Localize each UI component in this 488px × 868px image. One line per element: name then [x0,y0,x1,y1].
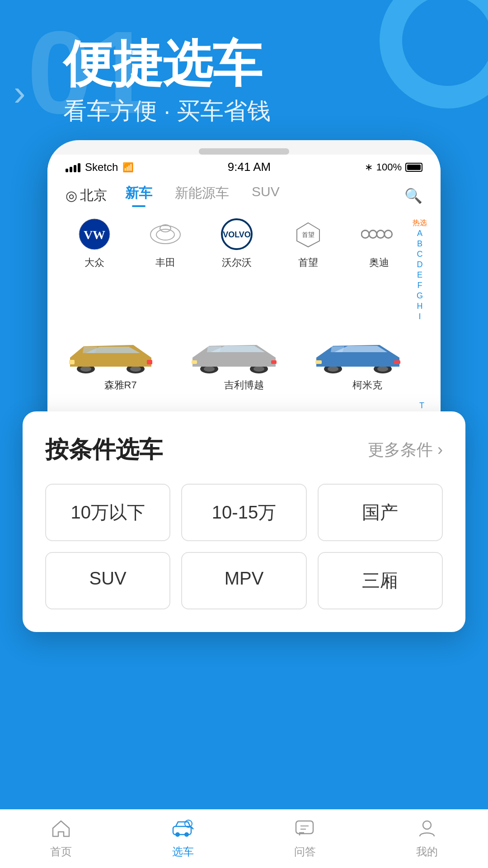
brand-name-shouxin: 首望 [298,256,318,269]
filter-btn-4[interactable]: MPV [181,552,306,609]
alpha-hot[interactable]: 热选 [413,218,427,228]
svg-rect-23 [192,360,197,364]
search-icon[interactable]: 🔍 [404,187,422,204]
status-time: 9:41 AM [228,160,271,174]
svg-point-39 [184,832,189,837]
svg-point-45 [423,821,431,829]
alpha-f[interactable]: F [418,281,422,290]
svg-point-16 [130,366,141,372]
tab-select-car[interactable]: 选车 [172,819,194,859]
tab-select-car-label: 选车 [172,844,194,859]
filter-title: 按条件选车 [45,434,163,466]
tab-new-energy[interactable]: 新能源车 [175,184,229,207]
svg-rect-24 [271,360,277,364]
nav-bar: ◎ 北京 新车 新能源车 SUV 🔍 [47,178,441,207]
filter-btn-5[interactable]: 三厢 [318,552,443,609]
svg-rect-17 [69,360,75,364]
tab-qa[interactable]: 问答 [294,819,316,859]
alpha-d[interactable]: D [417,260,423,269]
svg-point-20 [204,366,215,372]
tab-new-car[interactable]: 新车 [125,184,152,207]
alpha-b[interactable]: B [417,239,422,249]
brand-item-volvo[interactable]: VOLVO 沃尔沃 [203,216,270,321]
svg-point-3 [156,229,174,240]
tab-profile[interactable]: 我的 [416,819,438,859]
tab-home[interactable]: 首页 [50,819,72,859]
svg-point-26 [328,366,338,372]
status-left: Sketch 📶 [66,161,134,174]
alpha-index-brands: 热选 A B C D E F G H I [413,216,427,321]
brand-name-toyota: 丰田 [155,256,175,269]
car-name-geely: 吉利博越 [224,378,264,392]
tab-qa-label: 问答 [294,844,316,859]
carrier-name: Sketch [85,161,118,174]
car-name-senya: 森雅R7 [104,378,137,392]
brand-section: VW 大众 丰田 [47,207,441,330]
alpha-h[interactable]: H [417,302,423,311]
tab-profile-label: 我的 [416,844,438,859]
person-icon [418,819,436,842]
filter-btn-1[interactable]: 10-15万 [181,484,306,541]
brand-item-shouxin[interactable]: 首望 首望 [275,216,342,321]
nav-location[interactable]: ◎ 北京 [66,186,107,205]
brand-name-audi: 奥迪 [369,256,389,269]
brand-name-volvo: 沃尔沃 [222,256,252,269]
brand-name-vw: 大众 [84,256,104,269]
location-pin-icon: ◎ [66,188,77,203]
brand-logo-audi [361,216,397,252]
car-item-kamiq[interactable]: 柯米克 [308,335,427,392]
status-bar: Sketch 📶 9:41 AM ∗ 100% [47,155,441,178]
wifi-icon: 📶 [122,162,134,173]
car-item-geely[interactable]: 吉利博越 [184,335,303,392]
alpha-a[interactable]: A [417,229,422,238]
svg-rect-42 [296,821,313,834]
brand-logo-volvo: VOLVO [219,216,255,252]
svg-text:VOLVO: VOLVO [223,230,251,239]
filter-more-btn[interactable]: 更多条件 › [368,439,443,461]
svg-point-14 [80,366,91,372]
brand-item-audi[interactable]: 奥迪 [346,216,413,321]
svg-point-11 [377,231,385,238]
filter-btn-3[interactable]: SUV [45,552,170,609]
phone-notch [199,148,289,155]
bg-arrow-decoration: › [14,72,26,114]
svg-point-38 [175,832,180,837]
alpha-t[interactable]: T [419,401,427,410]
alpha-i[interactable]: I [418,312,421,321]
svg-point-28 [377,366,388,372]
header-area: 便捷选车 看车方便 · 买车省钱 [63,36,271,127]
svg-point-10 [369,231,377,238]
brand-logo-shouxin: 首望 [290,216,326,252]
alpha-g[interactable]: G [417,291,423,301]
nav-tabs: 新车 新能源车 SUV [125,184,386,207]
svg-point-2 [150,226,180,244]
car-item-senya[interactable]: 森雅R7 [61,335,180,392]
tab-suv[interactable]: SUV [252,184,280,207]
svg-point-22 [253,366,264,372]
tab-home-label: 首页 [50,844,72,859]
brand-logo-toyota [147,216,183,252]
svg-point-12 [385,231,392,238]
car-image-kamiq [308,335,427,376]
svg-rect-29 [315,360,322,364]
page-title: 便捷选车 [63,36,271,91]
svg-rect-30 [394,360,400,364]
car-image-senya [61,335,180,376]
svg-rect-18 [147,360,152,364]
filter-btn-0[interactable]: 10万以下 [45,484,170,541]
svg-point-9 [361,231,369,238]
filter-btn-2[interactable]: 国产 [318,484,443,541]
alpha-e[interactable]: E [417,270,422,280]
bottom-tabbar: 首页 选车 问答 [0,809,488,868]
brand-item-vw[interactable]: VW 大众 [61,216,128,321]
svg-text:VW: VW [84,228,105,242]
location-city: 北京 [80,186,107,205]
brand-item-toyota[interactable]: 丰田 [132,216,199,321]
page-subtitle: 看车方便 · 买车省钱 [63,95,271,127]
car-search-icon [172,819,194,842]
filter-grid: 10万以下 10-15万 国产 SUV MPV 三厢 [45,484,443,609]
svg-text:首望: 首望 [302,231,314,238]
filter-card: 按条件选车 更多条件 › 10万以下 10-15万 国产 SUV MPV 三厢 [23,411,465,632]
alpha-c[interactable]: C [417,250,423,259]
battery-icon [405,163,422,172]
